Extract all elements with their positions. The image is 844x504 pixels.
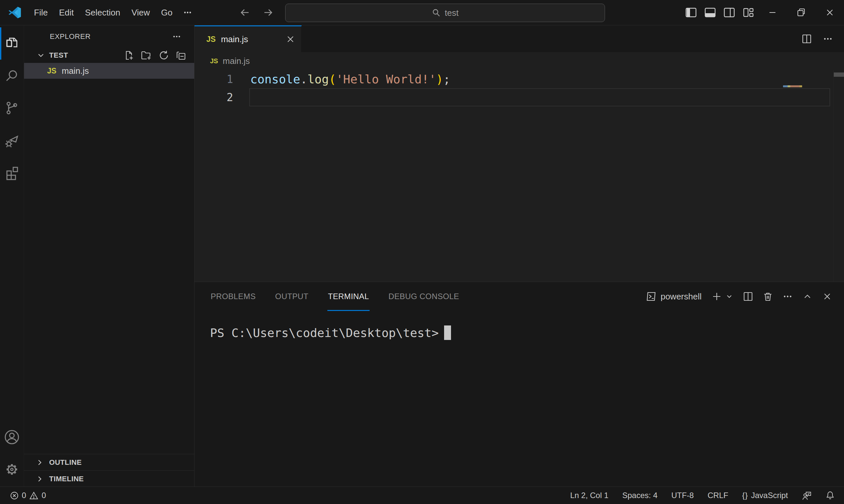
- tab-close-icon[interactable]: [286, 35, 295, 43]
- eol-sequence[interactable]: CRLF: [707, 491, 728, 500]
- encoding[interactable]: UTF-8: [671, 491, 694, 500]
- editor-tab-bar: JS main.js: [194, 25, 844, 52]
- close-icon[interactable]: [815, 0, 844, 25]
- file-name: main.js: [62, 66, 89, 76]
- status-bar: 0 0 Ln 2, Col 1 Spaces: 4 UTF-8 CRLF {} …: [0, 487, 844, 504]
- cursor-position[interactable]: Ln 2, Col 1: [570, 491, 608, 500]
- toggle-secondary-sidebar-icon[interactable]: [720, 0, 739, 25]
- panel-tab-label: TERMINAL: [328, 292, 369, 301]
- editor-scrollbar[interactable]: [833, 70, 844, 282]
- plus-icon[interactable]: [711, 291, 722, 302]
- outline-label: OUTLINE: [49, 458, 82, 467]
- timeline-label: TIMELINE: [49, 475, 84, 483]
- code-line-1[interactable]: 1 console.log('Hello World!');: [194, 70, 844, 88]
- breadcrumb: JS main.js: [194, 52, 844, 70]
- split-editor-icon[interactable]: [802, 34, 812, 44]
- split-terminal-icon[interactable]: [743, 291, 753, 301]
- problems-status[interactable]: 0 0: [10, 491, 46, 500]
- error-count: 0: [22, 491, 26, 500]
- minimap-code-mark: [783, 85, 802, 87]
- vscode-logo-icon: [8, 5, 22, 19]
- terminal-cursor: [444, 325, 451, 340]
- search-view-icon[interactable]: [0, 60, 24, 92]
- tab-mainjs[interactable]: JS main.js: [194, 25, 302, 52]
- menu-more-ellipsis-icon[interactable]: [178, 0, 197, 25]
- restore-icon[interactable]: [787, 0, 815, 25]
- titlebar: File Edit Selection View Go test: [0, 0, 844, 25]
- minimize-icon[interactable]: [758, 0, 787, 25]
- collapse-all-icon[interactable]: [176, 50, 186, 60]
- editor-actions: [802, 25, 844, 52]
- language-mode[interactable]: {} JavaScript: [742, 491, 788, 500]
- menu-view[interactable]: View: [126, 0, 156, 25]
- error-icon: [10, 491, 19, 500]
- go-back-icon[interactable]: [239, 7, 251, 18]
- line-number: 1: [194, 73, 233, 86]
- source-control-icon[interactable]: [0, 92, 24, 124]
- breadcrumb-item[interactable]: main.js: [223, 56, 249, 66]
- current-line-highlight: [249, 88, 830, 106]
- folder-actions: [124, 50, 186, 60]
- outline-section[interactable]: OUTLINE: [24, 454, 194, 470]
- chevron-down-icon[interactable]: [725, 292, 733, 301]
- menubar: File Edit Selection View Go: [28, 0, 197, 25]
- run-debug-icon[interactable]: [0, 124, 24, 157]
- new-file-icon[interactable]: [124, 50, 134, 60]
- tab-debug-console[interactable]: DEBUG CONSOLE: [388, 282, 460, 311]
- more-actions-ellipsis-icon[interactable]: [783, 291, 793, 301]
- line-number: 2: [194, 91, 233, 104]
- terminal-prompt: PS C:\Users\codeit\Desktop\test>: [210, 326, 439, 340]
- menu-edit[interactable]: Edit: [53, 0, 80, 25]
- indentation[interactable]: Spaces: 4: [622, 491, 658, 500]
- code-line-2[interactable]: 2: [194, 88, 844, 106]
- chevron-up-maximize-icon[interactable]: [803, 291, 812, 301]
- timeline-section[interactable]: TIMELINE: [24, 470, 194, 487]
- activity-bar: [0, 25, 24, 487]
- terminal-icon: [646, 291, 656, 301]
- warning-icon: [29, 491, 38, 500]
- tab-terminal[interactable]: TERMINAL: [327, 282, 370, 311]
- warning-count: 0: [41, 491, 46, 500]
- customize-layout-icon[interactable]: [739, 0, 758, 25]
- javascript-file-icon: JS: [47, 67, 56, 75]
- file-row-mainjs[interactable]: JS main.js: [24, 63, 194, 79]
- explorer-view-icon[interactable]: [0, 28, 24, 60]
- terminal-instance[interactable]: powershell: [646, 291, 702, 302]
- toggle-panel-icon[interactable]: [701, 0, 720, 25]
- go-forward-icon[interactable]: [262, 7, 274, 18]
- menu-go[interactable]: Go: [156, 0, 178, 25]
- code-editor[interactable]: 1 console.log('Hello World!'); 2: [194, 70, 844, 282]
- explorer-folder-section[interactable]: TEST: [24, 48, 194, 63]
- panel-tab-label: OUTPUT: [275, 292, 309, 301]
- tab-problems[interactable]: PROBLEMS: [210, 282, 257, 311]
- command-center-search[interactable]: test: [285, 4, 605, 22]
- minimap[interactable]: [778, 70, 834, 282]
- explorer-more-actions-ellipsis-icon[interactable]: [172, 32, 182, 41]
- braces-icon: {}: [742, 491, 748, 500]
- search-icon: [432, 8, 441, 17]
- trash-icon[interactable]: [763, 291, 773, 301]
- close-panel-icon[interactable]: [822, 291, 832, 301]
- scrollbar-slider[interactable]: [834, 72, 844, 77]
- account-icon[interactable]: [0, 421, 24, 453]
- javascript-file-icon: JS: [210, 57, 218, 65]
- chevron-down-icon: [37, 52, 45, 59]
- more-actions-ellipsis-icon[interactable]: [823, 34, 833, 44]
- bottom-panel: PROBLEMS OUTPUT TERMINAL DEBUG CONSOLE p…: [194, 282, 844, 487]
- chevron-right-icon: [36, 459, 43, 466]
- refresh-icon[interactable]: [159, 50, 169, 60]
- terminal-output[interactable]: PS C:\Users\codeit\Desktop\test>: [194, 311, 844, 487]
- toggle-primary-sidebar-icon[interactable]: [682, 0, 701, 25]
- history-navigation: [239, 0, 274, 25]
- tab-output[interactable]: OUTPUT: [275, 282, 309, 311]
- new-terminal: [711, 291, 733, 302]
- sidebar-title: EXPLORER: [50, 32, 91, 41]
- new-folder-icon[interactable]: [141, 50, 152, 60]
- settings-gear-icon[interactable]: [0, 453, 24, 486]
- menu-selection[interactable]: Selection: [80, 0, 126, 25]
- menu-file[interactable]: File: [28, 0, 53, 25]
- bell-icon[interactable]: [826, 491, 835, 500]
- tab-label: main.js: [221, 34, 248, 44]
- extensions-icon[interactable]: [0, 157, 24, 189]
- feedback-icon[interactable]: [802, 491, 812, 500]
